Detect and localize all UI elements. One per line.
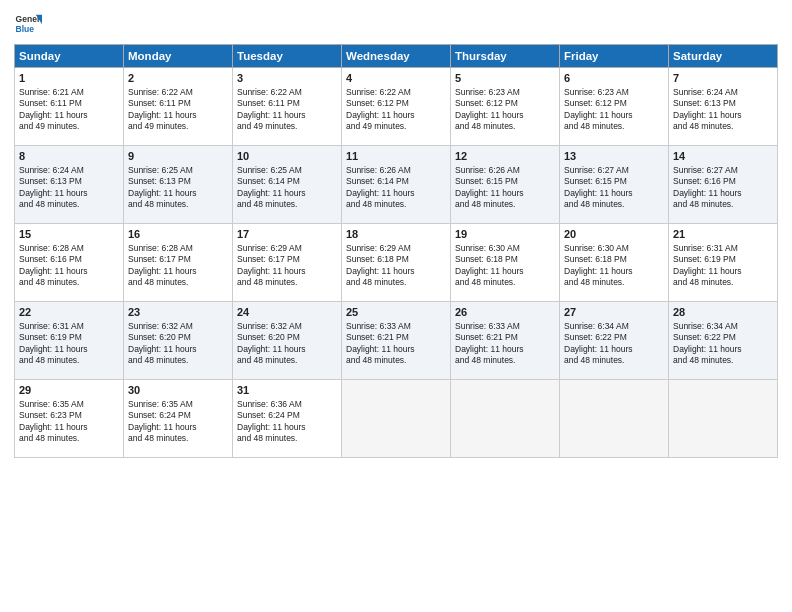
- day-info-line: Sunset: 6:18 PM: [564, 254, 664, 265]
- day-info-line: and 48 minutes.: [128, 277, 228, 288]
- day-info-line: Daylight: 11 hours: [237, 266, 337, 277]
- calendar-day-cell: 19Sunrise: 6:30 AMSunset: 6:18 PMDayligh…: [451, 224, 560, 302]
- day-info-line: Sunset: 6:22 PM: [564, 332, 664, 343]
- day-info-line: Sunrise: 6:24 AM: [673, 87, 773, 98]
- calendar-week-row: 15Sunrise: 6:28 AMSunset: 6:16 PMDayligh…: [15, 224, 778, 302]
- day-number: 18: [346, 227, 446, 242]
- day-info-line: and 48 minutes.: [19, 199, 119, 210]
- day-info-line: Sunset: 6:12 PM: [564, 98, 664, 109]
- day-info-line: Sunset: 6:19 PM: [673, 254, 773, 265]
- day-info-line: Sunset: 6:24 PM: [237, 410, 337, 421]
- calendar-day-cell: 20Sunrise: 6:30 AMSunset: 6:18 PMDayligh…: [560, 224, 669, 302]
- day-info-line: Daylight: 11 hours: [128, 110, 228, 121]
- day-info-line: Sunrise: 6:26 AM: [346, 165, 446, 176]
- day-number: 25: [346, 305, 446, 320]
- day-info-line: and 48 minutes.: [346, 199, 446, 210]
- day-info-line: Daylight: 11 hours: [128, 188, 228, 199]
- day-info-line: Daylight: 11 hours: [237, 422, 337, 433]
- day-info-line: Sunset: 6:11 PM: [128, 98, 228, 109]
- day-info-line: Sunrise: 6:29 AM: [346, 243, 446, 254]
- day-info-line: Daylight: 11 hours: [455, 110, 555, 121]
- day-info-line: Daylight: 11 hours: [455, 188, 555, 199]
- day-info-line: Sunset: 6:19 PM: [19, 332, 119, 343]
- calendar-day-cell: 11Sunrise: 6:26 AMSunset: 6:14 PMDayligh…: [342, 146, 451, 224]
- calendar-day-cell: 29Sunrise: 6:35 AMSunset: 6:23 PMDayligh…: [15, 380, 124, 458]
- day-info-line: and 49 minutes.: [346, 121, 446, 132]
- day-info-line: Sunrise: 6:26 AM: [455, 165, 555, 176]
- day-info-line: Sunset: 6:11 PM: [19, 98, 119, 109]
- day-info-line: Sunrise: 6:35 AM: [19, 399, 119, 410]
- day-info-line: Sunrise: 6:25 AM: [128, 165, 228, 176]
- calendar-header-cell: Wednesday: [342, 45, 451, 68]
- day-info-line: Sunrise: 6:33 AM: [455, 321, 555, 332]
- calendar-day-cell: 30Sunrise: 6:35 AMSunset: 6:24 PMDayligh…: [124, 380, 233, 458]
- day-info-line: and 48 minutes.: [237, 433, 337, 444]
- day-info-line: Sunrise: 6:24 AM: [19, 165, 119, 176]
- calendar-day-cell: 3Sunrise: 6:22 AMSunset: 6:11 PMDaylight…: [233, 68, 342, 146]
- day-info-line: Daylight: 11 hours: [237, 344, 337, 355]
- calendar-day-cell: [560, 380, 669, 458]
- calendar-day-cell: [669, 380, 778, 458]
- day-info-line: Sunrise: 6:25 AM: [237, 165, 337, 176]
- day-info-line: Sunset: 6:22 PM: [673, 332, 773, 343]
- calendar-day-cell: 9Sunrise: 6:25 AMSunset: 6:13 PMDaylight…: [124, 146, 233, 224]
- day-number: 31: [237, 383, 337, 398]
- day-info-line: Daylight: 11 hours: [19, 344, 119, 355]
- calendar-day-cell: 14Sunrise: 6:27 AMSunset: 6:16 PMDayligh…: [669, 146, 778, 224]
- calendar-table: SundayMondayTuesdayWednesdayThursdayFrid…: [14, 44, 778, 458]
- day-info-line: Sunrise: 6:22 AM: [346, 87, 446, 98]
- day-info-line: Sunrise: 6:36 AM: [237, 399, 337, 410]
- day-info-line: Sunrise: 6:31 AM: [673, 243, 773, 254]
- day-info-line: Daylight: 11 hours: [564, 266, 664, 277]
- day-number: 8: [19, 149, 119, 164]
- calendar-day-cell: 7Sunrise: 6:24 AMSunset: 6:13 PMDaylight…: [669, 68, 778, 146]
- day-info-line: Sunset: 6:13 PM: [19, 176, 119, 187]
- svg-text:Blue: Blue: [16, 24, 35, 34]
- day-number: 27: [564, 305, 664, 320]
- day-info-line: and 48 minutes.: [564, 355, 664, 366]
- calendar-day-cell: 27Sunrise: 6:34 AMSunset: 6:22 PMDayligh…: [560, 302, 669, 380]
- day-info-line: and 49 minutes.: [128, 121, 228, 132]
- day-number: 19: [455, 227, 555, 242]
- calendar-day-cell: 25Sunrise: 6:33 AMSunset: 6:21 PMDayligh…: [342, 302, 451, 380]
- calendar-day-cell: 13Sunrise: 6:27 AMSunset: 6:15 PMDayligh…: [560, 146, 669, 224]
- day-info-line: Sunset: 6:13 PM: [128, 176, 228, 187]
- day-info-line: Sunset: 6:12 PM: [346, 98, 446, 109]
- day-info-line: Daylight: 11 hours: [237, 110, 337, 121]
- calendar-day-cell: 1Sunrise: 6:21 AMSunset: 6:11 PMDaylight…: [15, 68, 124, 146]
- day-number: 22: [19, 305, 119, 320]
- day-info-line: Sunset: 6:21 PM: [455, 332, 555, 343]
- calendar-day-cell: [451, 380, 560, 458]
- day-info-line: and 48 minutes.: [673, 355, 773, 366]
- day-info-line: Sunrise: 6:22 AM: [237, 87, 337, 98]
- day-info-line: and 48 minutes.: [346, 277, 446, 288]
- day-info-line: and 48 minutes.: [564, 199, 664, 210]
- day-info-line: Daylight: 11 hours: [673, 188, 773, 199]
- calendar-day-cell: 16Sunrise: 6:28 AMSunset: 6:17 PMDayligh…: [124, 224, 233, 302]
- calendar-header-cell: Friday: [560, 45, 669, 68]
- day-info-line: Sunrise: 6:33 AM: [346, 321, 446, 332]
- day-number: 29: [19, 383, 119, 398]
- calendar-week-row: 1Sunrise: 6:21 AMSunset: 6:11 PMDaylight…: [15, 68, 778, 146]
- day-info-line: and 48 minutes.: [564, 121, 664, 132]
- day-number: 1: [19, 71, 119, 86]
- calendar-header-cell: Thursday: [451, 45, 560, 68]
- day-number: 5: [455, 71, 555, 86]
- day-info-line: Sunrise: 6:30 AM: [564, 243, 664, 254]
- day-info-line: and 48 minutes.: [455, 355, 555, 366]
- day-info-line: Sunrise: 6:27 AM: [673, 165, 773, 176]
- day-info-line: and 48 minutes.: [673, 277, 773, 288]
- day-info-line: Sunset: 6:11 PM: [237, 98, 337, 109]
- day-info-line: Sunset: 6:24 PM: [128, 410, 228, 421]
- day-info-line: Daylight: 11 hours: [346, 110, 446, 121]
- day-number: 11: [346, 149, 446, 164]
- logo: General Blue: [14, 10, 42, 38]
- day-info-line: Daylight: 11 hours: [19, 266, 119, 277]
- calendar-day-cell: 4Sunrise: 6:22 AMSunset: 6:12 PMDaylight…: [342, 68, 451, 146]
- calendar-header-cell: Sunday: [15, 45, 124, 68]
- day-number: 14: [673, 149, 773, 164]
- day-number: 20: [564, 227, 664, 242]
- day-info-line: and 48 minutes.: [455, 121, 555, 132]
- day-info-line: Sunrise: 6:22 AM: [128, 87, 228, 98]
- day-info-line: Daylight: 11 hours: [346, 344, 446, 355]
